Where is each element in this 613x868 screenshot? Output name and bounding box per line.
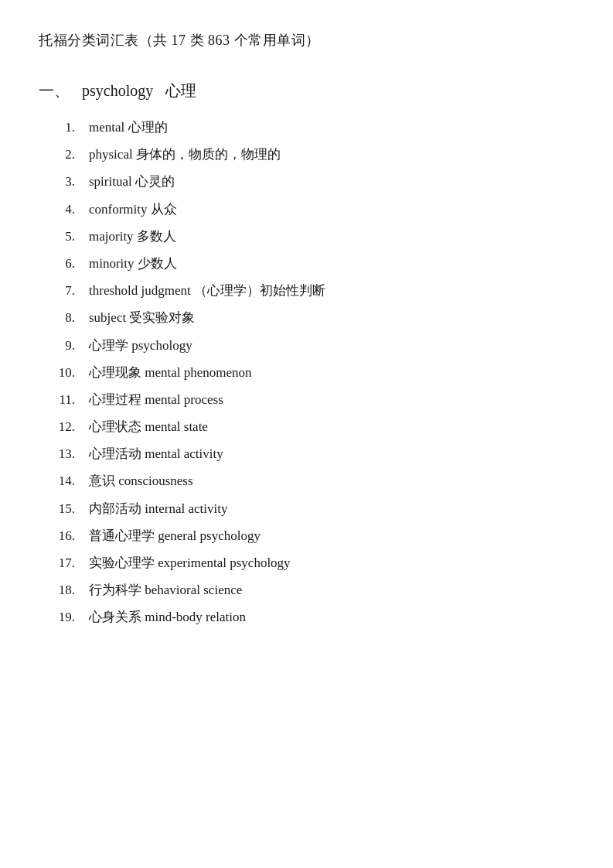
item-content: 心身关系 mind-body relation bbox=[89, 607, 574, 627]
item-content: majority 多数人 bbox=[89, 226, 574, 247]
item-content: conformity 从众 bbox=[89, 199, 574, 220]
item-content: 心理活动 mental activity bbox=[89, 443, 574, 464]
list-item: 10.心理现象 mental phenomenon bbox=[46, 362, 574, 383]
category-english: psychology bbox=[82, 82, 153, 100]
item-number: 17. bbox=[46, 552, 89, 573]
item-content: minority 少数人 bbox=[89, 253, 574, 274]
item-number: 10. bbox=[46, 362, 89, 383]
item-content: 意识 consciousness bbox=[89, 470, 574, 491]
list-item: 9.心理学 psychology bbox=[46, 335, 574, 356]
list-item: 4.conformity 从众 bbox=[46, 199, 574, 220]
item-content: 普通心理学 general psychology bbox=[89, 525, 574, 546]
item-number: 9. bbox=[46, 335, 89, 356]
item-content: physical 身体的，物质的，物理的 bbox=[89, 144, 574, 165]
item-content: subject 受实验对象 bbox=[89, 307, 574, 328]
item-content: 心理学 psychology bbox=[89, 335, 574, 356]
item-number: 2. bbox=[46, 144, 89, 165]
list-item: 12.心理状态 mental state bbox=[46, 416, 574, 437]
list-item: 8.subject 受实验对象 bbox=[46, 307, 574, 328]
item-number: 3. bbox=[46, 171, 89, 192]
item-number: 4. bbox=[46, 199, 89, 220]
item-number: 7. bbox=[46, 280, 89, 301]
category-header: 一、 psychology 心理 bbox=[39, 80, 574, 101]
item-number: 6. bbox=[46, 253, 89, 274]
list-item: 11.心理过程 mental process bbox=[46, 389, 574, 410]
item-content: 心理现象 mental phenomenon bbox=[89, 362, 574, 383]
item-content: 心理过程 mental process bbox=[89, 389, 574, 410]
list-item: 18.行为科学 behavioral science bbox=[46, 579, 574, 600]
item-number: 12. bbox=[46, 416, 89, 437]
item-number: 14. bbox=[46, 470, 89, 491]
list-item: 16.普通心理学 general psychology bbox=[46, 525, 574, 546]
item-content: 内部活动 internal activity bbox=[89, 498, 574, 519]
item-number: 16. bbox=[46, 525, 89, 546]
list-item: 17.实验心理学 experimental psychology bbox=[46, 552, 574, 573]
item-number: 1. bbox=[46, 117, 89, 138]
list-item: 6.minority 少数人 bbox=[46, 253, 574, 274]
list-item: 3.spiritual 心灵的 bbox=[46, 171, 574, 192]
item-number: 8. bbox=[46, 307, 89, 328]
category-chinese: 心理 bbox=[165, 80, 196, 101]
list-item: 7.threshold judgment （心理学）初始性判断 bbox=[46, 280, 574, 301]
item-number: 15. bbox=[46, 498, 89, 519]
item-content: 实验心理学 experimental psychology bbox=[89, 552, 574, 573]
list-item: 13.心理活动 mental activity bbox=[46, 443, 574, 464]
item-number: 19. bbox=[46, 607, 89, 627]
item-number: 11. bbox=[46, 389, 89, 410]
item-content: spiritual 心灵的 bbox=[89, 171, 574, 192]
list-item: 5.majority 多数人 bbox=[46, 226, 574, 247]
item-number: 5. bbox=[46, 226, 89, 247]
item-content: mental 心理的 bbox=[89, 117, 574, 138]
list-item: 1.mental 心理的 bbox=[46, 117, 574, 138]
vocab-list: 1.mental 心理的2.physical 身体的，物质的，物理的3.spir… bbox=[46, 117, 574, 628]
item-number: 18. bbox=[46, 579, 89, 600]
item-content: threshold judgment （心理学）初始性判断 bbox=[89, 280, 574, 301]
list-item: 2.physical 身体的，物质的，物理的 bbox=[46, 144, 574, 165]
item-content: 行为科学 behavioral science bbox=[89, 579, 574, 600]
page-title: 托福分类词汇表（共 17 类 863 个常用单词） bbox=[39, 31, 574, 50]
list-item: 19.心身关系 mind-body relation bbox=[46, 607, 574, 627]
list-item: 14.意识 consciousness bbox=[46, 470, 574, 491]
category-number: 一、 bbox=[39, 80, 70, 101]
item-number: 13. bbox=[46, 443, 89, 464]
list-item: 15.内部活动 internal activity bbox=[46, 498, 574, 519]
item-content: 心理状态 mental state bbox=[89, 416, 574, 437]
